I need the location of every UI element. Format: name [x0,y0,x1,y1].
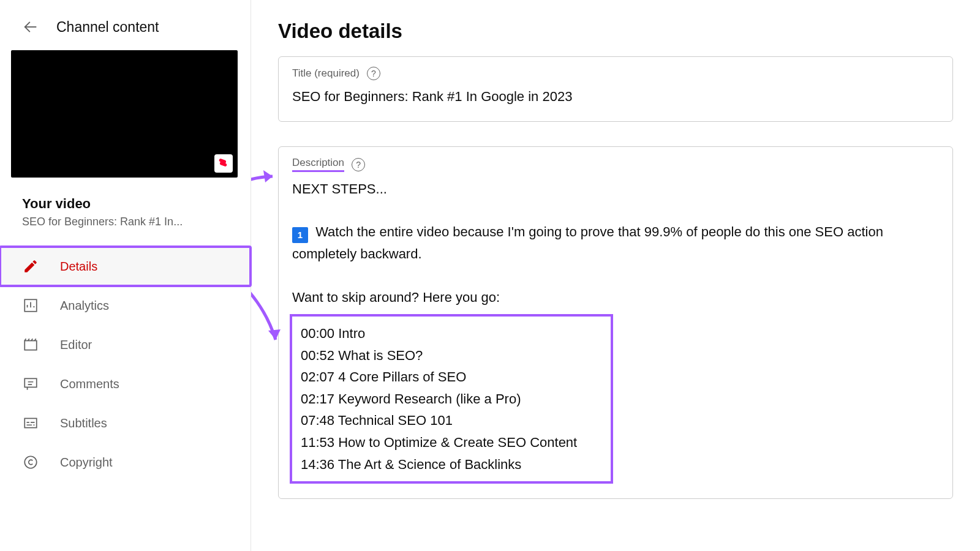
nav-item-analytics[interactable]: Analytics [0,286,251,325]
title-field-label-row: Title (required) ? [292,67,380,80]
copyright-icon [22,454,39,471]
title-field-label: Title (required) [292,67,360,80]
timestamp-row: 11:53 How to Optimize & Create SEO Conte… [301,432,602,454]
timestamp-row: 00:00 Intro [301,323,602,345]
svg-rect-2 [24,378,37,387]
description-bullet-text: Watch the entire video because I'm going… [292,224,883,261]
your-video-heading: Your video [22,196,239,212]
annotation-arrow-top [251,165,282,227]
sidebar: Channel content Your video SEO for Begin… [0,0,251,551]
nav-label: Editor [60,338,92,352]
nav-label: Copyright [60,455,113,470]
subtitles-icon [22,414,39,432]
nav-label: Details [60,260,97,274]
svg-rect-1 [24,341,37,350]
nav-item-editor[interactable]: Editor [0,325,251,364]
channel-content-title: Channel content [56,19,159,36]
editor-icon [22,336,39,353]
timestamp-row: 07:48 Technical SEO 101 [301,410,602,432]
sidebar-header: Channel content [0,0,251,48]
help-icon[interactable]: ? [367,67,380,80]
description-field-label: Description [292,157,344,172]
description-bullet: 1 Watch the entire video because I'm goi… [292,221,939,264]
timestamps-block: 00:00 Intro 00:52 What is SEO? 02:07 4 C… [292,317,611,481]
shorts-badge-icon [214,154,233,173]
analytics-icon [22,297,39,314]
nav-item-subtitles[interactable]: Subtitles [0,403,251,443]
description-field-label-row: Description ? [292,157,365,172]
video-meta: Your video SEO for Beginners: Rank #1 In… [0,185,251,236]
back-arrow-icon[interactable] [22,18,39,36]
description-body[interactable]: NEXT STEPS... 1 Watch the entire video b… [292,178,939,481]
nav-label: Comments [60,377,119,391]
keycap-one-icon: 1 [292,227,308,243]
nav-label: Analytics [60,299,109,313]
video-title-truncated: SEO for Beginners: Rank #1 In... [22,216,239,228]
description-field[interactable]: Description ? NEXT STEPS... 1 Watch the … [278,146,953,499]
nav-item-copyright[interactable]: Copyright [0,443,251,482]
sidebar-nav: Details Analytics Editor Comments [0,247,251,482]
description-line-nextsteps: NEXT STEPS... [292,178,939,200]
page-title: Video details [278,20,953,43]
svg-point-4 [24,456,37,468]
timestamp-row: 02:17 Keyword Research (like a Pro) [301,388,602,410]
title-field[interactable]: Title (required) ? SEO for Beginners: Ra… [278,56,953,122]
timestamp-row: 00:52 What is SEO? [301,345,602,367]
svg-rect-3 [24,418,37,427]
nav-label: Subtitles [60,416,107,430]
comments-icon [22,375,39,392]
timestamp-row: 02:07 4 Core Pillars of SEO [301,366,602,388]
main-content: Video details Title (required) ? SEO for… [251,0,980,551]
description-skip-prompt: Want to skip around? Here you go: [292,287,939,308]
title-field-value[interactable]: SEO for Beginners: Rank #1 In Google in … [292,86,939,107]
nav-item-comments[interactable]: Comments [0,364,251,403]
help-icon[interactable]: ? [352,158,365,171]
timestamp-row: 14:36 The Art & Science of Backlinks [301,454,602,476]
video-thumbnail[interactable] [11,50,238,178]
nav-item-details[interactable]: Details [0,247,251,286]
pencil-icon [22,258,39,275]
